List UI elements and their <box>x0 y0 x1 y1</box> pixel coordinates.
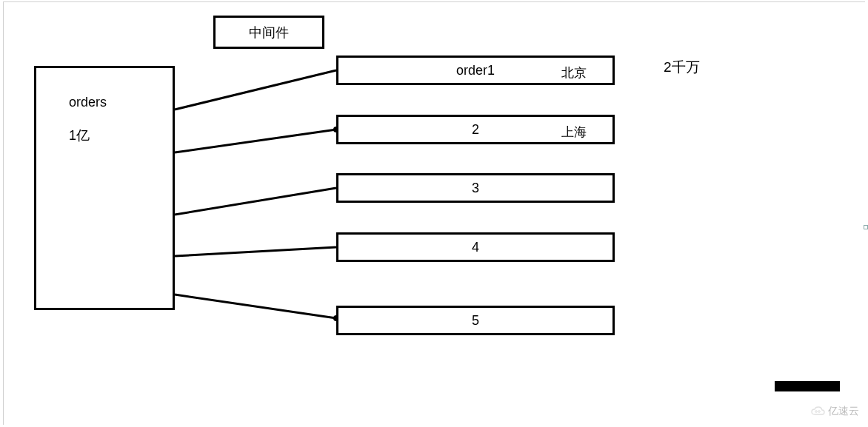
svg-line-0 <box>175 70 336 110</box>
shard-id: 2 <box>472 122 479 138</box>
shard-box-5: 5 <box>336 306 615 335</box>
shard-box-3: 3 <box>336 173 615 203</box>
shard-id: order1 <box>456 63 495 78</box>
shard-id: 5 <box>472 313 479 329</box>
watermark: 亿速云 <box>810 405 859 418</box>
svg-line-4 <box>175 247 336 256</box>
orders-source-box: orders 1亿 <box>34 66 175 310</box>
svg-point-8 <box>818 411 821 413</box>
shard-size-label: 2千万 <box>664 58 700 77</box>
shard-box-2: 2 上海 <box>336 115 615 144</box>
shard-box-1: order1 北京 <box>336 56 615 85</box>
decorative-bar <box>775 381 840 391</box>
svg-line-3 <box>175 188 336 215</box>
shard-box-4: 4 <box>336 232 615 262</box>
resize-handle <box>864 225 868 229</box>
watermark-text: 亿速云 <box>828 405 859 418</box>
svg-line-5 <box>175 295 336 318</box>
shard-id: 3 <box>472 181 479 196</box>
orders-count: 1亿 <box>69 127 90 144</box>
middleware-label: 中间件 <box>249 24 289 41</box>
orders-name: orders <box>69 95 107 110</box>
shard-id: 4 <box>472 240 479 255</box>
cloud-icon <box>810 406 825 417</box>
middleware-box: 中间件 <box>213 16 324 49</box>
shard-tag: 北京 <box>561 64 587 81</box>
svg-point-7 <box>815 411 818 413</box>
svg-line-1 <box>175 130 336 152</box>
shard-tag: 上海 <box>561 124 587 141</box>
